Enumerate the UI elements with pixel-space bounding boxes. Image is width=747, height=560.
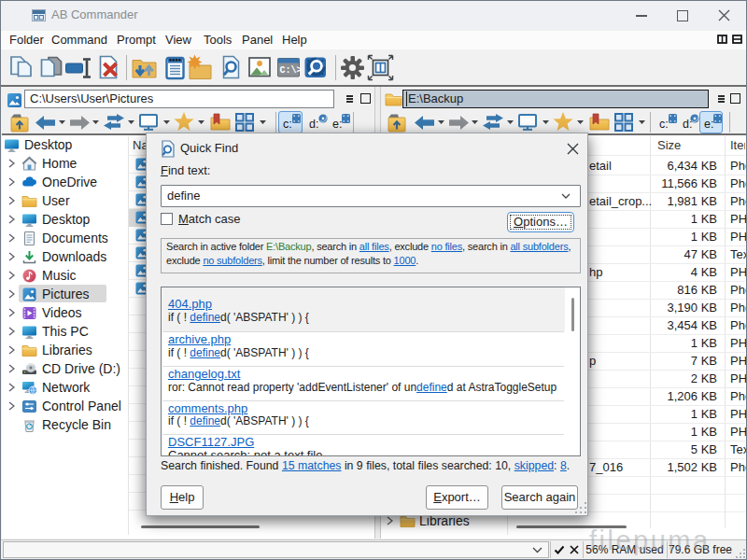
- svg-text:C:\>: C:\>: [280, 65, 303, 76]
